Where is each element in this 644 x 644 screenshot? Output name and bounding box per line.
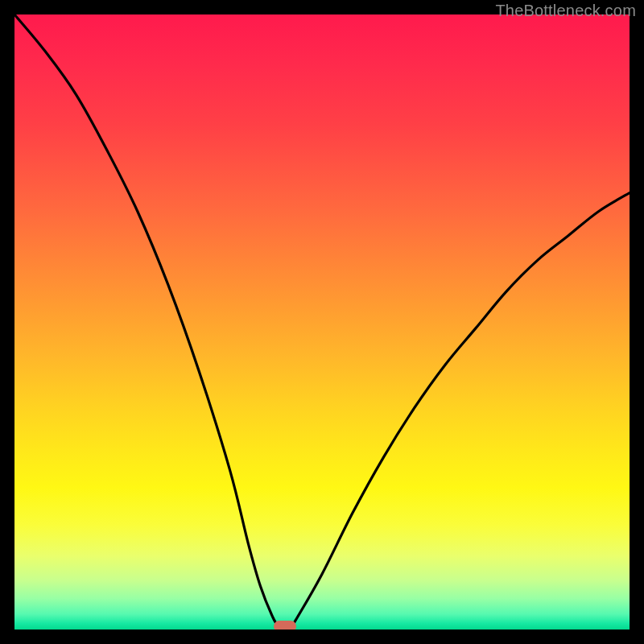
- bottleneck-curve: [14, 14, 630, 630]
- attribution-watermark: TheBottleneck.com: [495, 2, 636, 20]
- chart-frame: TheBottleneck.com: [0, 0, 644, 644]
- curve-path: [14, 14, 630, 630]
- minimum-marker: [274, 621, 296, 630]
- plot-area: [14, 14, 630, 630]
